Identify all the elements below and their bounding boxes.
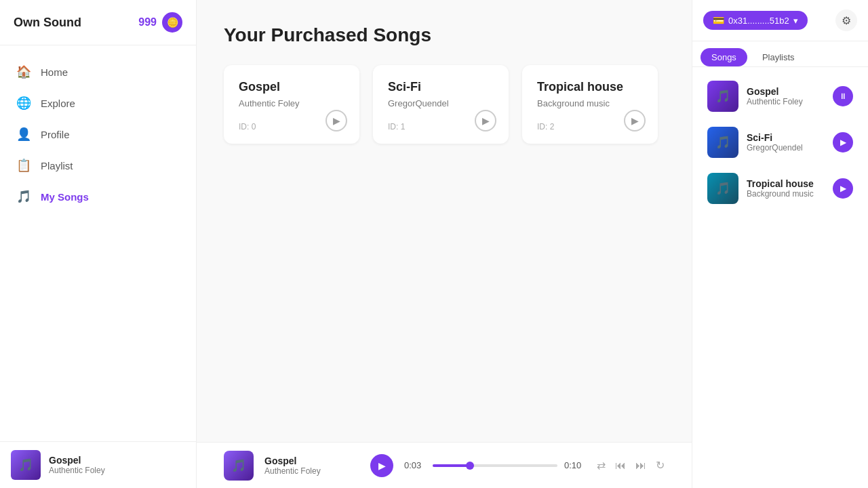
main-content-area: Your Purchased Songs Gospel Authentic Fo… [197,0,692,488]
now-playing-info: Gospel Authentic Foley [49,455,185,475]
tab-songs[interactable]: Songs [701,48,747,66]
settings-button[interactable]: ⚙ [835,9,857,31]
shuffle-icon[interactable]: ⇄ [597,459,606,472]
song-list-thumbnail: 🎵 [707,81,738,112]
wallet-button[interactable]: 💳 0x31.........51b2 ▾ [703,11,808,30]
wallet-icon: 💳 [713,15,724,26]
playlist-icon: 📋 [16,158,31,173]
next-icon[interactable]: ⏭ [635,460,646,472]
song-list-play-button[interactable]: ▶ [833,178,853,199]
tab-playlists[interactable]: Playlists [751,48,806,66]
token-icon: 🪙 [162,12,182,33]
wallet-chevron-icon: ▾ [793,16,798,26]
song-card-subtitle: Authentic Foley [239,98,344,108]
sidebar-item-explore-label: Explore [41,98,75,109]
now-playing-bar: 🎵 Gospel Authentic Foley [0,441,196,488]
right-panel-header: 💳 0x31.........51b2 ▾ ⚙ [692,0,868,41]
song-list-item[interactable]: 🎵 Gospel Authentic Foley ⏸ [698,74,863,119]
song-list-subtitle: GregorQuendel [747,143,825,152]
song-card-play-button[interactable]: ▶ [326,110,347,131]
sidebar-item-playlist-label: Playlist [41,160,73,171]
song-card-play-button[interactable]: ▶ [624,110,646,131]
token-count: 999 [138,16,157,28]
sidebar-item-profile-label: Profile [41,129,70,140]
song-card: Tropical house Background music ID: 2 ▶ [522,65,658,144]
sidebar: Own Sound 999 🪙 🏠 Home 🌐 Explore 👤 Profi… [0,0,197,488]
song-list-item[interactable]: 🎵 Tropical house Background music ▶ [698,166,863,211]
songs-grid: Gospel Authentic Foley ID: 0 ▶ Sci-Fi Gr… [224,65,665,144]
song-list-play-button[interactable]: ▶ [833,132,853,152]
song-list-info: Gospel Authentic Foley [747,86,825,106]
song-card-title: Sci-Fi [388,80,494,94]
song-list-thumbnail: 🎵 [707,127,738,158]
song-list-info: Sci-Fi GregorQuendel [747,132,825,152]
song-card-subtitle: Background music [537,98,643,108]
sidebar-item-my-songs[interactable]: 🎵 My Songs [0,181,196,212]
play-pause-button[interactable]: ▶ [370,454,393,477]
now-playing-subtitle: Authentic Foley [49,466,185,475]
player-extra-controls: ⇄ ⏮ ⏭ ↻ [597,459,665,472]
sidebar-item-my-songs-label: My Songs [41,191,89,203]
progress-fill [433,464,470,467]
song-card-title: Gospel [239,80,344,94]
home-icon: 🏠 [16,64,31,79]
now-playing-title: Gospel [49,455,185,466]
my-songs-icon: 🎵 [16,189,31,204]
token-badge: 999 🪙 [138,12,182,33]
song-list-title: Gospel [747,86,825,97]
now-playing-thumbnail: 🎵 [11,450,41,480]
song-list-subtitle: Background music [747,189,825,199]
time-total: 0:10 [564,460,586,470]
nav: 🏠 Home 🌐 Explore 👤 Profile 📋 Playlist 🎵 … [0,45,196,441]
player-bar: 🎵 Gospel Authentic Foley ▶ 0:03 0:10 ⇄ ⏮… [197,442,692,488]
profile-icon: 👤 [16,127,31,142]
song-list-thumbnail: 🎵 [707,173,738,204]
explore-icon: 🌐 [16,96,31,110]
sidebar-item-home[interactable]: 🏠 Home [0,56,196,87]
song-list-play-button[interactable]: ⏸ [833,86,853,106]
song-card-subtitle: GregorQuendel [388,98,494,108]
sidebar-item-profile[interactable]: 👤 Profile [0,119,196,150]
sidebar-item-home-label: Home [41,66,68,78]
wallet-address: 0x31.........51b2 [728,16,789,26]
repeat-icon[interactable]: ↻ [656,459,665,472]
sidebar-header: Own Sound 999 🪙 [0,0,196,45]
song-list-subtitle: Authentic Foley [747,97,825,106]
player-thumbnail: 🎵 [224,451,254,481]
song-card: Gospel Authentic Foley ID: 0 ▶ [224,65,359,144]
song-card-title: Tropical house [537,80,643,94]
right-panel: 💳 0x31.........51b2 ▾ ⚙ Songs Playlists … [692,0,868,488]
progress-bar[interactable] [433,464,557,467]
song-list-title: Sci-Fi [747,132,825,143]
song-card-play-button[interactable]: ▶ [475,110,496,131]
progress-thumb [466,462,474,470]
song-card: Sci-Fi GregorQuendel ID: 1 ▶ [373,65,509,144]
page-title: Your Purchased Songs [224,24,665,46]
tabs-row: Songs Playlists [692,41,868,67]
songs-list: 🎵 Gospel Authentic Foley ⏸ 🎵 Sci-Fi Greg… [692,67,868,488]
time-current: 0:03 [404,460,426,470]
player-track-subtitle: Authentic Foley [264,466,346,476]
sidebar-item-explore[interactable]: 🌐 Explore [0,87,196,119]
player-track-title: Gospel [264,455,346,466]
song-list-item[interactable]: 🎵 Sci-Fi GregorQuendel ▶ [698,120,863,165]
prev-icon[interactable]: ⏮ [615,460,626,472]
sidebar-item-playlist[interactable]: 📋 Playlist [0,150,196,181]
app-title: Own Sound [14,16,81,30]
song-list-info: Tropical house Background music [747,178,825,199]
player-track-info: Gospel Authentic Foley [264,455,346,476]
player-controls: ▶ [370,454,393,477]
progress-section: 0:03 0:10 [404,460,586,470]
main-content: Your Purchased Songs Gospel Authentic Fo… [197,0,692,442]
song-list-title: Tropical house [747,178,825,189]
